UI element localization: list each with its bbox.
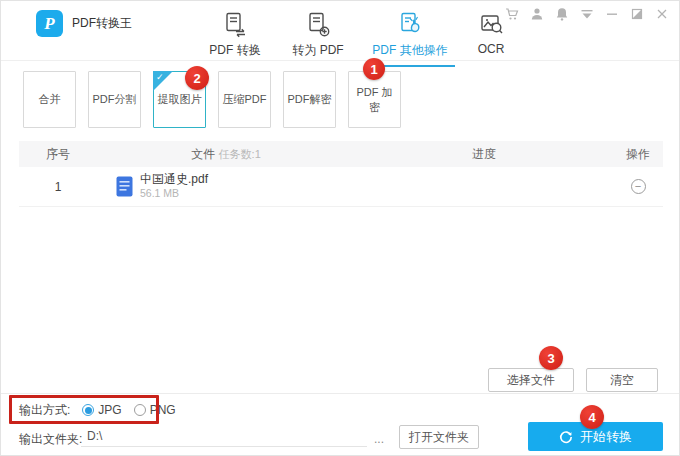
- table-row[interactable]: 1 中国通史.pdf 56.1 MB −: [19, 167, 663, 207]
- close-button[interactable]: [655, 7, 669, 21]
- step-badge-2: 2: [185, 66, 209, 90]
- start-convert-label: 开始转换: [580, 428, 632, 446]
- row-action: −: [613, 179, 663, 194]
- tab-pdf-convert[interactable]: PDF 转换: [199, 4, 271, 67]
- list-header: 序号 文件 任务数:1 进度 操作: [19, 141, 663, 167]
- file-cell: 中国通史.pdf 56.1 MB: [97, 172, 355, 200]
- brand: P PDF转换王: [36, 10, 132, 37]
- to-pdf-icon: [305, 8, 332, 40]
- title-bar: P PDF转换王 PDF 转换: [1, 1, 679, 61]
- menu-dropdown-icon[interactable]: [580, 7, 594, 21]
- radio-jpg-label: JPG: [98, 403, 121, 417]
- feature-pdf-split[interactable]: PDF分割: [88, 71, 141, 128]
- minimize-button[interactable]: [605, 7, 619, 21]
- window-controls: [505, 7, 669, 21]
- open-folder-button[interactable]: 打开文件夹: [399, 425, 479, 449]
- task-count: 任务数:1: [219, 148, 261, 160]
- feature-pdf-decrypt[interactable]: PDF解密: [283, 71, 336, 128]
- file-list: 序号 文件 任务数:1 进度 操作 1 中国通史.pdf 56.1 MB: [19, 141, 663, 207]
- col-progress-header: 进度: [355, 146, 613, 163]
- tab-label: 转为 PDF: [292, 42, 343, 59]
- col-file-header: 文件 任务数:1: [97, 146, 355, 163]
- bell-icon[interactable]: [555, 7, 569, 21]
- select-files-button[interactable]: 选择文件: [488, 368, 574, 392]
- output-mode-row: 输出方式: JPG PNG: [19, 400, 176, 420]
- tab-label: OCR: [478, 42, 505, 56]
- output-folder-path[interactable]: D:\: [81, 425, 367, 447]
- checkmark-icon: ✓: [156, 72, 164, 84]
- tab-pdf-other-ops[interactable]: PDF 其他操作: [365, 4, 455, 67]
- file-name: 中国通史.pdf: [140, 172, 208, 187]
- file-meta: 中国通史.pdf 56.1 MB: [140, 172, 208, 200]
- output-folder-label: 输出文件夹:: [19, 431, 82, 448]
- ocr-icon: [478, 8, 505, 40]
- browse-button[interactable]: ...: [370, 428, 388, 446]
- maximize-button[interactable]: [630, 7, 644, 21]
- app-logo-icon: P: [36, 10, 63, 37]
- output-mode-label: 输出方式:: [19, 402, 70, 419]
- tab-label: PDF 转换: [209, 42, 260, 59]
- app-title: PDF转换王: [72, 15, 132, 32]
- col-index-header: 序号: [19, 146, 97, 163]
- radio-png-circle: [134, 404, 146, 416]
- convert-refresh-icon: [559, 430, 573, 444]
- feature-compress-pdf[interactable]: 压缩PDF: [218, 71, 271, 128]
- remove-file-icon[interactable]: −: [631, 179, 646, 194]
- main-nav: PDF 转换 转为 PDF: [199, 4, 517, 67]
- radio-png-label: PNG: [150, 403, 176, 417]
- row-index: 1: [19, 180, 97, 194]
- pdf-file-icon: [116, 176, 133, 197]
- user-icon[interactable]: [530, 7, 544, 21]
- tab-label: PDF 其他操作: [372, 42, 447, 59]
- radio-jpg[interactable]: JPG: [82, 403, 121, 417]
- footer-divider: [1, 393, 679, 394]
- step-badge-3: 3: [539, 346, 563, 370]
- radio-jpg-circle: [82, 404, 94, 416]
- col-action-header: 操作: [613, 146, 663, 163]
- step-badge-4: 4: [580, 405, 604, 429]
- feature-merge[interactable]: 合并: [23, 71, 76, 128]
- pdf-convert-icon: [222, 8, 249, 40]
- cart-icon[interactable]: [505, 7, 519, 21]
- feature-toolbar: 合并 PDF分割 ✓ 提取图片 压缩PDF PDF解密 PDF 加密: [23, 71, 401, 128]
- file-size: 56.1 MB: [140, 187, 208, 200]
- pdf-other-ops-icon: [397, 8, 424, 40]
- app-window: P PDF转换王 PDF 转换: [0, 0, 680, 456]
- tab-to-pdf[interactable]: 转为 PDF: [281, 4, 355, 67]
- feature-label: 提取图片: [158, 92, 202, 106]
- step-badge-1: 1: [363, 58, 385, 80]
- radio-png[interactable]: PNG: [134, 403, 176, 417]
- clear-button[interactable]: 清空: [586, 368, 658, 392]
